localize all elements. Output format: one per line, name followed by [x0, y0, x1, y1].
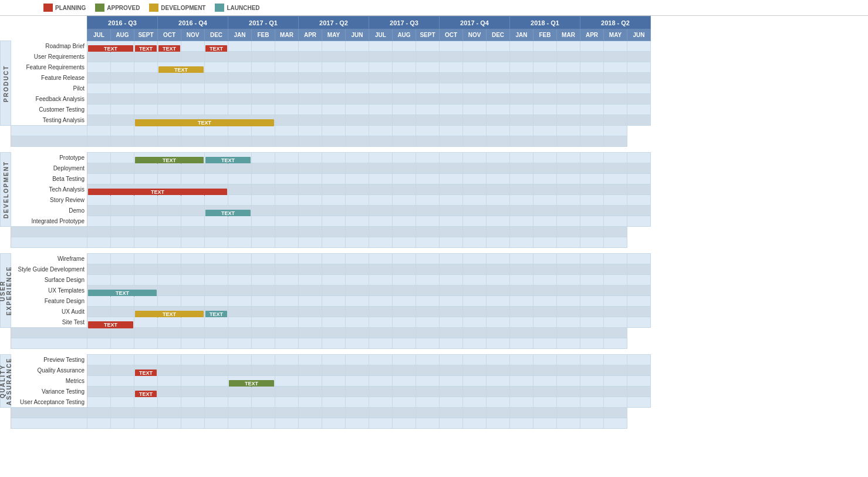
empty-cell-2-0-4: [158, 328, 181, 338]
month-header-q2-m1: FEB: [252, 29, 275, 41]
row-label-1-2: Beta Testing: [11, 174, 87, 184]
cell-1-0-12: [369, 153, 393, 163]
cell-0-6-5: [205, 105, 228, 115]
row-label-1-0: Prototype: [11, 153, 87, 163]
cell-1-3-17: [487, 184, 510, 195]
cell-2-0-9: [299, 254, 322, 264]
cell-2-1-0: [87, 264, 111, 275]
cell-1-3-13: [393, 184, 416, 195]
empty-cell-2-1-17: [463, 338, 487, 349]
empty-cell-0-0-13: [369, 126, 393, 136]
cell-1-1-5: [205, 163, 228, 174]
empty-cell-3-0-12: [346, 408, 369, 418]
cell-1-6-2: [134, 216, 158, 227]
cell-0-5-17: [487, 94, 510, 105]
cell-3-2-3: [158, 376, 181, 387]
cell-0-5-10: [322, 94, 346, 105]
empty-cell-0-0-7: [228, 126, 252, 136]
cell-2-2-1: [111, 275, 134, 285]
cell-1-0-22: [604, 153, 627, 163]
row-DEVELOPMENT-0: DEVELOPMENTPrototypeTEXTTEXT: [1, 153, 651, 163]
empty-cell-1-1-22: [580, 237, 604, 248]
cell-3-4-19: [533, 397, 557, 408]
cell-2-5-15: [440, 307, 463, 317]
cell-1-3-8: [275, 184, 299, 195]
cell-3-2-15: [440, 376, 463, 387]
cell-1-4-10: [322, 195, 346, 206]
cell-3-0-18: [510, 355, 533, 365]
cell-1-5-7: [252, 206, 275, 216]
empty-cell-2-1-11: [322, 338, 346, 349]
cell-0-2-12: [369, 62, 393, 73]
empty-cell-0-0-11: [322, 126, 346, 136]
cell-1-5-10: [322, 206, 346, 216]
cell-2-5-11: [346, 307, 369, 317]
cell-1-5-17: [487, 206, 510, 216]
empty-cell-3-0-20: [533, 408, 557, 418]
cell-0-3-6: [228, 73, 252, 83]
cell-0-0-4: [181, 41, 205, 52]
cell-1-6-20: [557, 216, 580, 227]
cell-3-3-2: TEXT: [134, 387, 158, 397]
cell-2-1-1: [111, 264, 134, 275]
cell-0-4-11: [346, 83, 369, 94]
cell-2-1-3: [158, 264, 181, 275]
month-header-q6-m2: MAR: [557, 29, 580, 41]
empty-cell-1-0-16: [440, 227, 463, 237]
cell-1-1-21: [580, 163, 604, 174]
cell-1-5-23: [627, 206, 651, 216]
cell-3-0-5: [205, 355, 228, 365]
empty-cell-3-1-1: [87, 418, 111, 429]
cell-3-1-9: [299, 365, 322, 376]
cell-1-6-15: [440, 216, 463, 227]
empty-cell-2-1-12: [346, 338, 369, 349]
cell-2-4-3: [158, 296, 181, 307]
cell-2-4-17: [487, 296, 510, 307]
cell-3-0-16: [463, 355, 487, 365]
cell-1-0-18: [510, 153, 533, 163]
row-USER-EXPERIENCE-4: Feature Design: [1, 296, 651, 307]
cell-2-5-12: [369, 307, 393, 317]
cell-0-0-6: [228, 41, 252, 52]
cell-0-7-13: [393, 115, 416, 126]
cell-3-4-18: [510, 397, 533, 408]
empty-cell-3-0-5: [181, 408, 205, 418]
cell-2-4-21: [580, 296, 604, 307]
cell-2-3-18: [510, 285, 533, 296]
cell-3-1-8: [275, 365, 299, 376]
empty-cell-0-0-6: [205, 126, 228, 136]
empty-cell-0-0-1: [87, 126, 111, 136]
cell-2-2-21: [580, 275, 604, 285]
cell-0-0-12: [369, 41, 393, 52]
row-QUALITY-ASSURANCE-2: MetricsTEXT: [1, 376, 651, 387]
cell-2-5-22: [604, 307, 627, 317]
empty-cell-0-1-18: [487, 136, 510, 147]
cell-0-0-14: [416, 41, 440, 52]
cell-3-3-12: [369, 387, 393, 397]
cell-3-0-0: [87, 355, 111, 365]
cell-1-6-19: [533, 216, 557, 227]
empty-cell-2-0-3: [134, 328, 158, 338]
cell-2-6-5: [205, 317, 228, 328]
cell-1-1-15: [440, 163, 463, 174]
cell-3-2-14: [416, 376, 440, 387]
cell-1-3-21: [580, 184, 604, 195]
empty-cell-0-1-14: [393, 136, 416, 147]
empty-cell-2-0-10: [299, 328, 322, 338]
cell-1-5-0: [87, 206, 111, 216]
cell-2-6-10: [322, 317, 346, 328]
cell-1-0-20: [557, 153, 580, 163]
cell-2-4-9: [299, 296, 322, 307]
cell-0-1-10: [322, 52, 346, 62]
cell-3-3-10: [322, 387, 346, 397]
cell-3-0-4: [181, 355, 205, 365]
empty-cell-0-0-15: [416, 126, 440, 136]
empty-cell-2-0-16: [440, 328, 463, 338]
empty-cell-1-0-4: [158, 227, 181, 237]
empty-cell-0-1-7: [228, 136, 252, 147]
cell-1-4-6: [228, 195, 252, 206]
cell-2-0-18: [510, 254, 533, 264]
cell-3-0-17: [487, 355, 510, 365]
empty-cell-1-1-3: [134, 237, 158, 248]
cell-2-0-23: [627, 254, 651, 264]
